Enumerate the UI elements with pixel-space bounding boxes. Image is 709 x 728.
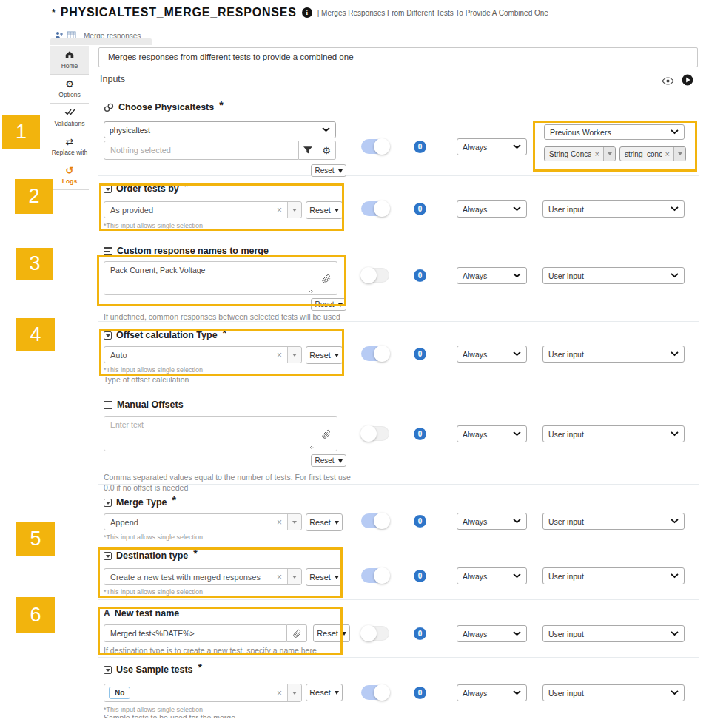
value-combobox[interactable]: No ×: [104, 684, 302, 702]
enable-toggle[interactable]: [361, 346, 389, 361]
count-badge[interactable]: 0: [414, 570, 426, 582]
toggle-knob: [374, 346, 390, 362]
dropdown-toggle[interactable]: [287, 347, 301, 363]
when-select[interactable]: Always: [457, 200, 527, 218]
reset-button[interactable]: Reset: [306, 684, 343, 701]
selected-chip[interactable]: No: [109, 687, 130, 699]
sidebar-label: Home: [51, 62, 88, 70]
enable-toggle[interactable]: [361, 626, 389, 641]
when-select[interactable]: Always: [457, 425, 527, 442]
attach-button[interactable]: [287, 624, 307, 642]
text-lines-icon: [104, 401, 112, 409]
new-test-name-input[interactable]: [104, 624, 287, 642]
clear-icon[interactable]: ×: [272, 350, 287, 360]
count-badge[interactable]: 0: [414, 141, 426, 153]
source-select[interactable]: User input: [542, 513, 685, 530]
when-select[interactable]: Always: [457, 625, 527, 642]
info-icon[interactable]: i: [302, 7, 312, 18]
remove-icon[interactable]: ×: [591, 149, 603, 158]
reset-button[interactable]: Reset: [311, 454, 346, 467]
test-search-input[interactable]: [104, 141, 299, 160]
settings-button[interactable]: ⚙: [317, 141, 336, 160]
sidebar-item-options[interactable]: ⚙ Options: [50, 75, 89, 104]
source-select[interactable]: User input: [542, 346, 685, 363]
worker-chip-select[interactable]: String Concat ×: [544, 146, 616, 161]
dropdown-toggle[interactable]: [287, 684, 301, 701]
value-combobox[interactable]: Create a new test with merged responses …: [104, 568, 302, 585]
source-select[interactable]: User input: [542, 567, 685, 584]
enable-toggle[interactable]: [361, 268, 389, 283]
source-select[interactable]: User input: [542, 425, 685, 442]
value-combobox[interactable]: Append ×: [104, 513, 302, 530]
when-select[interactable]: Always: [457, 684, 527, 701]
source-select[interactable]: User input: [542, 200, 685, 218]
paperclip-icon: [321, 273, 332, 284]
source-select[interactable]: User input: [542, 684, 685, 701]
attach-button[interactable]: [315, 261, 337, 295]
dropdown-toggle[interactable]: [287, 514, 301, 530]
source-select[interactable]: User input: [542, 625, 685, 642]
worker-title: PHYSICALTEST_MERGE_RESPONSES: [61, 6, 297, 19]
reset-button[interactable]: Reset: [306, 568, 343, 586]
reset-button[interactable]: Reset: [306, 513, 343, 531]
count-badge[interactable]: 0: [414, 348, 426, 360]
clear-icon[interactable]: ×: [272, 517, 287, 528]
toggle-knob: [360, 425, 377, 442]
row-header: Manual Offsets: [104, 400, 184, 410]
value-combobox[interactable]: As provided ×: [104, 201, 302, 218]
select-value: User input: [548, 350, 584, 359]
caret-down-icon: [342, 632, 346, 638]
remove-icon[interactable]: ×: [662, 149, 673, 158]
count-badge[interactable]: 0: [414, 203, 426, 215]
enable-toggle[interactable]: [361, 513, 389, 528]
dropdown-toggle[interactable]: [287, 202, 301, 218]
manual-offsets-textarea[interactable]: [104, 416, 315, 451]
dropdown-toggle[interactable]: [603, 147, 615, 161]
count-badge[interactable]: 0: [414, 269, 426, 282]
dropdown-toggle[interactable]: [287, 569, 301, 584]
when-select[interactable]: Always: [457, 267, 527, 284]
row-divider: [98, 175, 699, 176]
eye-icon[interactable]: [662, 75, 674, 88]
when-select[interactable]: Always: [457, 567, 527, 584]
response-names-textarea[interactable]: Pack Current, Pack Voltage: [104, 261, 315, 295]
clear-icon[interactable]: ×: [272, 572, 287, 582]
row-header: Offset calculation Type *: [104, 330, 226, 342]
combobox-value: Append: [104, 518, 272, 527]
enable-toggle[interactable]: [361, 568, 389, 583]
dropdown-toggle[interactable]: [673, 147, 685, 161]
worker-description-field[interactable]: Merges responses from different tests to…: [98, 47, 698, 67]
value-combobox[interactable]: Auto ×: [104, 346, 302, 363]
count-badge[interactable]: 0: [414, 627, 426, 640]
when-select[interactable]: Always: [457, 138, 527, 155]
output-chip-select[interactable]: string_concat_... ×: [619, 146, 686, 161]
reset-button[interactable]: Reset: [311, 164, 346, 177]
reset-button[interactable]: Reset: [313, 624, 350, 642]
attach-button[interactable]: [315, 416, 337, 451]
test-type-select[interactable]: physicaltest: [104, 121, 336, 138]
play-circle-icon[interactable]: [682, 74, 693, 89]
sidebar-item-replace-with[interactable]: ⇄ Replace with: [50, 132, 89, 161]
reset-button[interactable]: Reset: [311, 298, 346, 311]
double-check-icon: [51, 107, 88, 119]
when-select[interactable]: Always: [457, 513, 527, 530]
reset-button[interactable]: Reset: [306, 201, 343, 219]
enable-toggle[interactable]: [361, 139, 389, 154]
enable-toggle[interactable]: [361, 201, 389, 216]
sidebar-item-validations[interactable]: Validations: [50, 104, 89, 132]
worker-subtitle: | Merges Responses From Different Tests …: [317, 9, 548, 17]
clear-icon[interactable]: ×: [272, 205, 287, 215]
count-badge[interactable]: 0: [414, 687, 426, 699]
clear-icon[interactable]: ×: [272, 688, 287, 698]
source-select[interactable]: User input: [542, 267, 685, 284]
enable-toggle[interactable]: [361, 426, 389, 441]
source-select[interactable]: Previous Workers: [544, 124, 685, 140]
filter-button[interactable]: [299, 141, 317, 160]
when-select[interactable]: Always: [457, 346, 527, 363]
sidebar-item-home[interactable]: Home: [50, 46, 89, 75]
sidebar-item-logs[interactable]: ↺ Logs: [50, 161, 89, 190]
count-badge[interactable]: 0: [414, 515, 426, 528]
count-badge[interactable]: 0: [414, 428, 426, 440]
enable-toggle[interactable]: [361, 685, 389, 700]
reset-button[interactable]: Reset: [306, 346, 343, 364]
